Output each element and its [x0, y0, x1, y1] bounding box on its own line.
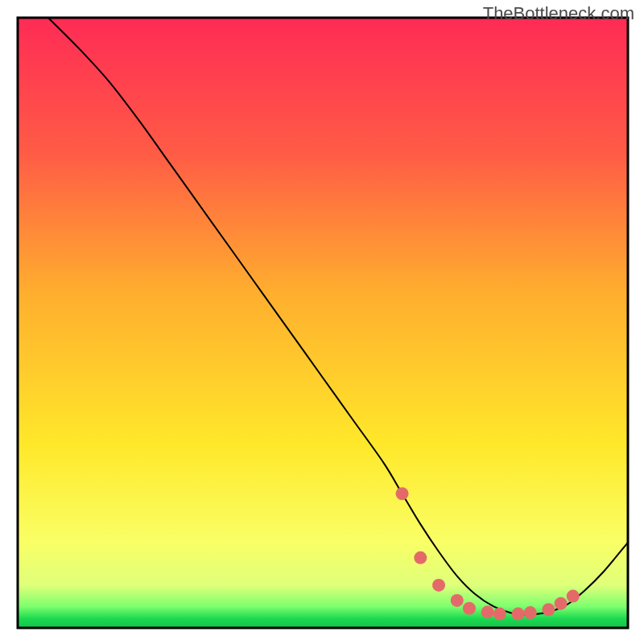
valley-marker-dot	[463, 602, 476, 615]
valley-marker-dot	[493, 608, 506, 621]
bottleneck-chart	[0, 0, 644, 644]
valley-marker-dot	[396, 487, 409, 500]
valley-marker-dot	[524, 606, 537, 619]
chart-root: TheBottleneck.com	[0, 0, 644, 644]
valley-marker-dot	[414, 551, 427, 564]
watermark-text: TheBottleneck.com	[483, 3, 634, 24]
valley-marker-dot	[481, 605, 494, 618]
plot-background	[18, 18, 628, 628]
valley-marker-dot	[555, 597, 568, 610]
valley-marker-dot	[512, 608, 525, 621]
valley-marker-dot	[542, 603, 555, 616]
valley-marker-dot	[451, 594, 464, 607]
valley-marker-dot	[567, 590, 580, 603]
valley-marker-dot	[432, 579, 445, 592]
